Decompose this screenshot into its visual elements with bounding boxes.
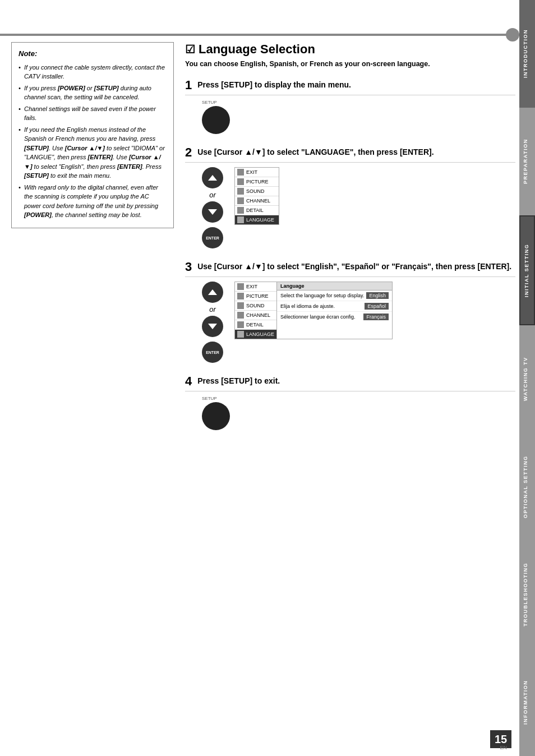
cursor-up-btn-3: [202, 282, 223, 303]
setup-btn-label-4: SETUP: [202, 396, 217, 401]
lang-panel-3: Language Select the language for setup d…: [277, 282, 393, 339]
menu-item-language-2: LANGUAGE: [235, 215, 279, 224]
top-bar: [0, 34, 519, 36]
step-3-menu-wrap: EXIT PICTURE SOUND: [234, 282, 393, 339]
sidebar-tab-introduction: INTRODUCTION: [519, 0, 535, 108]
menu-item-detail-2: DETAIL: [235, 206, 279, 215]
top-bar-circle: [506, 28, 519, 42]
page-title: Language Selection: [199, 42, 315, 57]
sidebar-tab-watching-tv: WATCHING TV: [519, 325, 535, 433]
note-box: Note: If you connect the cable system di…: [11, 42, 174, 228]
arrow-down-icon: [208, 209, 217, 215]
arrow-up-icon-3: [208, 289, 217, 295]
or-label-3: or: [209, 305, 216, 314]
instructions: ☑ Language Selection You can choose Engl…: [185, 42, 515, 441]
step-3: 3 Use [Cursor ▲/▼] to select "English", …: [185, 260, 515, 363]
sound-icon-3: [237, 302, 244, 309]
cursor-down-btn-3: [202, 316, 223, 337]
or-label-2: or: [209, 191, 216, 199]
espanol-option: Español: [365, 303, 389, 310]
note-item-1: If you connect the cable system directly…: [19, 63, 167, 81]
sound-item-3: SOUND: [235, 301, 276, 311]
picture-icon-3: [237, 293, 244, 299]
exit-label: EXIT: [246, 169, 257, 175]
checkmark-icon: ☑: [185, 43, 195, 56]
note-item-4: If you need the English menus instead of…: [19, 125, 167, 181]
step-2-header: 2 Use [Cursor ▲/▼] to select "LANGUAGE",…: [185, 145, 515, 163]
step-4-header: 4 Press [SETUP] to exit.: [185, 374, 515, 391]
detail-icon: [237, 207, 244, 214]
step-4-text: Press [SETUP] to exit.: [197, 376, 280, 385]
page-number: 15: [495, 733, 507, 746]
english-option: English: [366, 292, 389, 299]
note-item-2: If you press [POWER] or [SETUP] during a…: [19, 84, 167, 102]
menu-item-sound-2: SOUND: [235, 187, 279, 196]
sidebar-tab-preparation: PREPARATION: [519, 108, 535, 215]
setup-button-1: [202, 106, 230, 134]
note-title: Note:: [19, 48, 167, 59]
sidebar-tab-troubleshooting: TROUBLESHOOTING: [519, 541, 535, 648]
note-item-5: With regard only to the digital channel,…: [19, 183, 167, 220]
enter-label: ENTER: [206, 236, 219, 240]
menu-item-channel-2: CHANNEL: [235, 196, 279, 206]
sidebar-tab-information: INFORMATION: [519, 648, 535, 756]
exit-icon-3: [237, 283, 244, 290]
left-menu-3: EXIT PICTURE SOUND: [234, 282, 277, 339]
sound-label: SOUND: [246, 188, 265, 194]
setup-btn-label-1: SETUP: [202, 100, 217, 105]
step-1-header: 1 Press [SETUP] to display the main menu…: [185, 78, 515, 95]
step-3-text: Use [Cursor ▲/▼] to select "English", "E…: [197, 262, 511, 271]
step-3-controls: or ENTER: [202, 282, 223, 363]
step-4: 4 Press [SETUP] to exit. SETUP: [185, 374, 515, 430]
lang-row-espanol: Elija el idioma de ajuste. Español: [277, 301, 392, 312]
english-label: Select the language for setup display.: [280, 293, 364, 298]
channel-item-3: CHANNEL: [235, 311, 276, 320]
step-1-text: Press [SETUP] to display the main menu.: [197, 80, 351, 89]
lang-row-english: Select the language for setup display. E…: [277, 291, 392, 301]
step-3-header: 3 Use [Cursor ▲/▼] to select "English", …: [185, 260, 515, 277]
language-label: LANGUAGE: [246, 217, 274, 223]
channel-icon: [237, 197, 244, 204]
picture-icon: [237, 178, 244, 185]
francais-label: Sélectionner langue écran config.: [280, 314, 361, 320]
espanol-label: Elija el idioma de ajuste.: [280, 303, 362, 309]
note-item-3: Channel settings will be saved even if t…: [19, 104, 167, 123]
language-item-3: LANGUAGE: [235, 330, 276, 339]
page-lang: EN: [500, 745, 507, 750]
lang-row-francais: Sélectionner langue écran config. França…: [277, 312, 392, 322]
cursor-up-btn-2: [202, 167, 223, 188]
menu-panel-2: EXIT PICTURE SOUND CHANNEL: [234, 167, 279, 225]
step-2-text: Use [Cursor ▲/▼] to select "LANGUAGE", t…: [197, 147, 433, 156]
enter-label-3: ENTER: [206, 351, 219, 354]
note-list: If you connect the cable system directly…: [19, 63, 167, 220]
detail-icon-3: [237, 321, 244, 328]
detail-label: DETAIL: [246, 208, 264, 213]
exit-icon: [237, 169, 244, 176]
section-subtitle: You can choose English, Spanish, or Fren…: [185, 60, 515, 68]
menu-item-exit-2: EXIT: [235, 168, 279, 177]
setup-button-4: [202, 402, 230, 430]
exit-item-3: EXIT: [235, 282, 276, 292]
sidebar-tab-optional-setting: OPTIONAL SETTING: [519, 433, 535, 541]
francais-option: Français: [363, 314, 389, 320]
picture-label: PICTURE: [246, 179, 269, 185]
lang-panel-header: Language: [277, 282, 392, 291]
language-icon: [237, 216, 244, 223]
language-icon-3: [237, 331, 244, 338]
step-2: 2 Use [Cursor ▲/▼] to select "LANGUAGE",…: [185, 145, 515, 248]
enter-btn-2: ENTER: [202, 227, 223, 248]
step-1-number: 1: [185, 78, 192, 92]
step-2-controls: or ENTER: [202, 167, 223, 248]
enter-btn-3: ENTER: [202, 342, 223, 363]
picture-item-3: PICTURE: [235, 292, 276, 301]
sound-icon: [237, 188, 244, 195]
arrow-down-icon-3: [208, 324, 217, 329]
step-4-number: 4: [185, 374, 192, 388]
channel-icon-3: [237, 312, 244, 319]
main-content: Note: If you connect the cable system di…: [11, 42, 515, 728]
detail-item-3: DETAIL: [235, 320, 276, 330]
channel-label: CHANNEL: [246, 198, 270, 204]
sidebar: INTRODUCTION PREPARATION INITIAL SETTING…: [519, 0, 535, 756]
cursor-down-btn-2: [202, 201, 223, 223]
sidebar-tab-initial-setting: INITIAL SETTING: [519, 215, 535, 325]
